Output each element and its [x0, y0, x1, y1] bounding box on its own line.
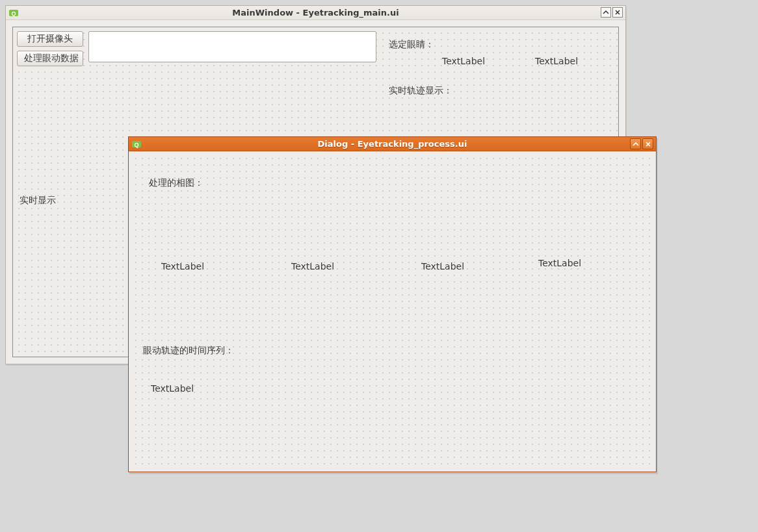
figure-textlabel-4: TextLabel: [538, 258, 581, 268]
figure-textlabel-3: TextLabel: [421, 261, 464, 272]
dialog-rollup-button[interactable]: [630, 138, 641, 149]
svg-text:Q: Q: [11, 10, 16, 17]
process-eyetracking-data-button[interactable]: 处理眼动数据: [17, 51, 83, 66]
eye-textlabel-2: TextLabel: [535, 56, 578, 66]
dialog-titlebar[interactable]: Q Dialog - Eyetracking_process.ui: [129, 137, 656, 151]
dialog-window: Q Dialog - Eyetracking_process.ui 处理的相图：…: [128, 136, 657, 472]
desktop: Q MainWindow - Eyetracking_main.ui 打开摄像头…: [0, 0, 758, 532]
main-text-input[interactable]: [88, 31, 376, 62]
main-window-close-button[interactable]: [612, 7, 623, 18]
processed-figure-label: 处理的相图：: [149, 177, 203, 189]
dialog-close-button[interactable]: [642, 138, 653, 149]
dialog-canvas[interactable]: 处理的相图： TextLabel TextLabel TextLabel Tex…: [131, 154, 653, 469]
qt-logo-icon: Q: [8, 8, 19, 18]
main-window-titlebar[interactable]: Q MainWindow - Eyetracking_main.ui: [6, 6, 625, 20]
select-eyes-label: 选定眼睛：: [389, 39, 434, 51]
realtime-display-label: 实时显示: [20, 195, 56, 207]
time-series-label: 眼动轨迹的时间序列：: [143, 345, 234, 357]
main-window-rollup-button[interactable]: [601, 7, 611, 18]
main-window-title: MainWindow - Eyetracking_main.ui: [6, 8, 625, 18]
svg-text:Q: Q: [134, 142, 138, 148]
figure-textlabel-2: TextLabel: [291, 261, 334, 272]
figure-textlabel-1: TextLabel: [161, 261, 204, 272]
qt-logo-icon: Q: [131, 139, 142, 149]
eye-textlabel-1: TextLabel: [442, 56, 485, 66]
dialog-title: Dialog - Eyetracking_process.ui: [129, 139, 656, 149]
series-textlabel-1: TextLabel: [151, 383, 194, 394]
realtime-trajectory-label: 实时轨迹显示：: [389, 85, 452, 97]
open-camera-button[interactable]: 打开摄像头: [17, 31, 83, 47]
